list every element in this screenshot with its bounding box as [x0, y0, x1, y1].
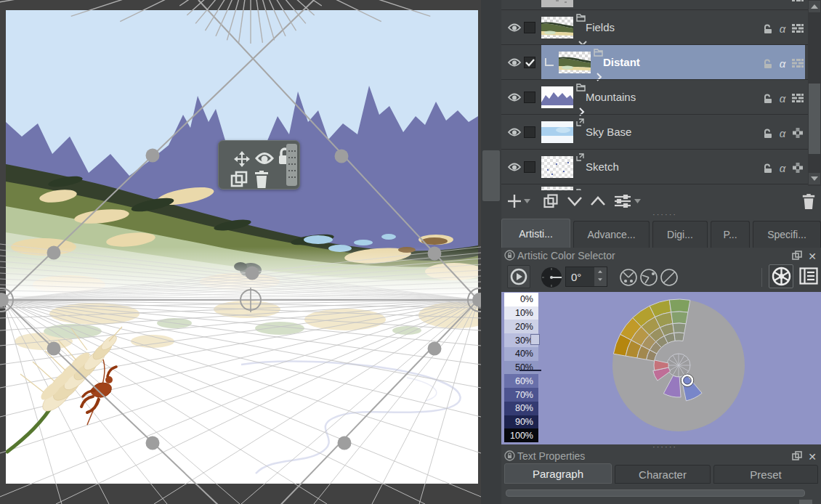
- value-swatch-0%[interactable]: 0%: [504, 293, 538, 306]
- add-layer-button[interactable]: [507, 192, 530, 211]
- inherit-alpha-icon[interactable]: [792, 127, 804, 139]
- lock-icon[interactable]: [761, 127, 773, 139]
- lock-icon[interactable]: [761, 57, 773, 69]
- docker-tab-p[interactable]: P...: [711, 221, 750, 248]
- value-swatch-60%[interactable]: 60%: [504, 374, 538, 388]
- acs-rotation-dial[interactable]: [541, 267, 562, 291]
- lock-icon[interactable]: [761, 162, 773, 174]
- acs-angle-spinbox[interactable]: 0°: [565, 267, 607, 287]
- layer-thumbnail[interactable]: [541, 17, 573, 38]
- expand-chevron-icon[interactable]: [578, 176, 587, 183]
- text-properties-tab-paragraph[interactable]: Paragraph: [504, 463, 612, 484]
- expand-chevron-icon[interactable]: [578, 106, 587, 113]
- acs-color-area[interactable]: 0%10%20%30%40%50%60%70%80%90%100%: [501, 292, 821, 444]
- layer-thumbnail[interactable]: [541, 156, 573, 178]
- visibility-eye-icon[interactable]: [508, 92, 521, 102]
- alpha-icon[interactable]: α: [777, 127, 788, 139]
- widget-drag-handle[interactable]: [286, 144, 297, 186]
- inherit-alpha-icon[interactable]: [792, 57, 804, 69]
- layer-thumbnail[interactable]: [559, 52, 591, 73]
- delete-layer-button[interactable]: [801, 192, 816, 211]
- layer-thumbnail[interactable]: [541, 121, 573, 143]
- assistant-handle[interactable]: [47, 246, 61, 260]
- layer-row-sky-base[interactable]: Sky Base α: [501, 114, 808, 149]
- alpha-icon[interactable]: α: [777, 92, 788, 104]
- visibility-eye-icon[interactable]: [508, 23, 521, 33]
- assistant-handle[interactable]: [47, 342, 61, 356]
- splitter-handle[interactable]: [482, 150, 500, 201]
- value-swatch-column[interactable]: 0%10%20%30%40%50%60%70%80%90%100%: [504, 293, 538, 442]
- value-swatch-40%[interactable]: 40%: [504, 347, 538, 361]
- docker-tab-digi[interactable]: Digi...: [652, 221, 708, 248]
- scrollbar-thumb[interactable]: [809, 84, 820, 154]
- splitter-dots[interactable]: ······: [650, 212, 679, 216]
- assistant-handle[interactable]: [146, 149, 160, 163]
- layer-checkbox[interactable]: [524, 161, 535, 173]
- layer-row-sketch[interactable]: Sketch α: [501, 149, 808, 184]
- acs-reset-button[interactable]: [507, 265, 530, 288]
- close-docker-icon[interactable]: ✕: [808, 452, 817, 462]
- list-view-button[interactable]: [799, 267, 818, 288]
- text-properties-scrollbar[interactable]: [506, 489, 805, 497]
- acs-angle-stepper[interactable]: [594, 267, 607, 286]
- value-swatch-100%[interactable]: 100%: [504, 428, 538, 442]
- text-properties-tab-preset[interactable]: Preset: [713, 465, 818, 484]
- layer-properties-button[interactable]: [614, 192, 641, 211]
- value-swatch-70%[interactable]: 70%: [504, 388, 538, 402]
- value-swatch-50%[interactable]: 50%: [504, 361, 538, 375]
- duplicate-layer-button[interactable]: [543, 192, 558, 211]
- text-properties-tab-character[interactable]: Character: [615, 465, 711, 484]
- layers-list[interactable]: Fields α Distant α: [501, 0, 808, 190]
- value-swatch-80%[interactable]: 80%: [504, 402, 538, 415]
- assistant-editor-widget[interactable]: [218, 140, 300, 190]
- visibility-eye-icon[interactable]: [508, 162, 521, 172]
- layer-row-distant[interactable]: Distant α: [501, 44, 808, 79]
- alpha-icon[interactable]: α: [777, 23, 788, 34]
- canvas-viewport[interactable]: [0, 0, 481, 504]
- layer-row-mountains[interactable]: Mountains α: [501, 79, 808, 114]
- layer-name[interactable]: Sketch: [586, 160, 619, 173]
- layer-name[interactable]: Mountains: [586, 91, 636, 103]
- layer-checkbox[interactable]: [524, 22, 535, 33]
- layer-thumbnail[interactable]: [541, 0, 573, 7]
- move-layer-up-button[interactable]: [590, 192, 606, 211]
- inherit-alpha-icon[interactable]: [792, 162, 804, 174]
- color-wheel[interactable]: [501, 292, 821, 444]
- layer-name[interactable]: Distant: [603, 56, 640, 68]
- visibility-eye-icon[interactable]: [508, 127, 521, 137]
- value-swatch-90%[interactable]: 90%: [504, 415, 538, 429]
- float-docker-icon[interactable]: [792, 250, 802, 263]
- close-docker-icon[interactable]: ✕: [808, 251, 817, 261]
- layer-checkbox[interactable]: [524, 57, 535, 68]
- assistant-handle[interactable]: [246, 267, 259, 280]
- expand-chevron-icon[interactable]: [578, 141, 587, 148]
- float-docker-icon[interactable]: [792, 450, 802, 463]
- docker-tab-advance[interactable]: Advance...: [573, 221, 650, 248]
- layer-name[interactable]: Sky Base: [586, 126, 631, 138]
- alpha-icon[interactable]: α: [777, 162, 788, 174]
- layer-checkbox[interactable]: [524, 126, 535, 138]
- visibility-eye-icon[interactable]: [508, 57, 521, 68]
- layer-row-fields[interactable]: Fields α: [501, 9, 808, 44]
- value-swatch-10%[interactable]: 10%: [504, 306, 538, 320]
- layer-name[interactable]: Fields: [586, 21, 615, 33]
- assistant-handle[interactable]: [428, 342, 442, 356]
- layer-thumbnail[interactable]: [541, 86, 573, 108]
- expand-chevron-icon[interactable]: [596, 71, 604, 78]
- assistant-handle[interactable]: [335, 150, 349, 163]
- docker-lock-icon[interactable]: [504, 450, 515, 464]
- value-swatch-20%[interactable]: 20%: [504, 320, 538, 333]
- inherit-alpha-icon[interactable]: [792, 0, 804, 3]
- acs-gamut-mask-2-icon[interactable]: [639, 268, 658, 290]
- inherit-alpha-icon[interactable]: [792, 23, 804, 34]
- layers-scrollbar[interactable]: [808, 0, 821, 186]
- docker-lock-icon[interactable]: [504, 250, 515, 264]
- docker-tab-specifi[interactable]: Specifi...: [753, 221, 821, 248]
- lock-icon[interactable]: [761, 92, 773, 104]
- assistant-handle[interactable]: [338, 436, 352, 450]
- expand-chevron-icon[interactable]: [578, 36, 587, 44]
- layer-checkbox[interactable]: [524, 92, 535, 103]
- scroll-down-button[interactable]: [809, 173, 820, 184]
- value-swatch-30%[interactable]: 30%: [504, 333, 538, 347]
- assistant-handle[interactable]: [146, 436, 160, 450]
